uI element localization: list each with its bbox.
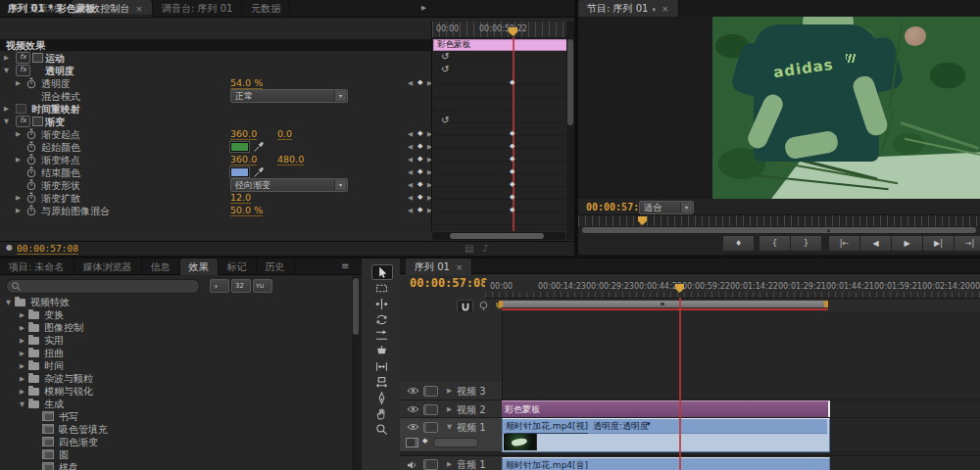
add-keyframe-icon[interactable]: ◆	[417, 142, 422, 150]
tree-item-image-control[interactable]: ▶图像控制	[20, 321, 83, 335]
step-back-button[interactable]: ◀	[859, 235, 892, 252]
keyframe-icon[interactable]: ◆	[510, 193, 514, 201]
twirl-icon[interactable]: ▶	[447, 460, 456, 468]
ec-ramp-end-y[interactable]: 480.0	[277, 154, 304, 165]
effects-vscroll-thumb[interactable]	[353, 278, 359, 335]
tree-item-noise-grain[interactable]: ▶杂波与颗粒	[20, 372, 93, 386]
ec-ramp-scatter-value[interactable]: 12.0	[230, 192, 251, 204]
display-style-icon[interactable]	[406, 438, 418, 447]
prev-keyframe-icon[interactable]: ◀	[408, 181, 413, 189]
prev-keyframe-icon[interactable]: ◀	[408, 194, 413, 202]
work-area-end-handle[interactable]	[824, 301, 828, 307]
add-keyframe-icon[interactable]: ◆	[417, 129, 422, 137]
ec-ramp-end-x[interactable]: 360.0	[230, 154, 257, 165]
keyframe-icon[interactable]: ◆	[510, 180, 514, 188]
ec-row-ramp-start[interactable]: ▶ 渐变起点 360.0 0.0 ◀ ◆ ▶	[0, 127, 431, 140]
stopwatch-icon[interactable]	[26, 192, 36, 204]
track-zoom-slider[interactable]	[433, 438, 478, 447]
fx-badge[interactable]: fx	[16, 116, 30, 127]
reset-effect-icon[interactable]: ↺	[441, 51, 449, 62]
toggle-effects-icon[interactable]: ▤	[465, 243, 473, 254]
track-content-video2[interactable]: 彩色蒙板	[502, 400, 980, 418]
add-keyframe-icon[interactable]: ◆	[417, 155, 422, 163]
reset-effect-icon[interactable]: ↺	[441, 64, 449, 74]
twirl-icon[interactable]: ▶	[447, 387, 456, 395]
mark-out-button[interactable]: }	[790, 235, 822, 252]
twirl-icon[interactable]: ▶	[16, 130, 24, 138]
twirl-icon[interactable]: ▶	[20, 388, 28, 396]
tree-item-time[interactable]: ▶时间	[20, 359, 64, 373]
play-audio-icon[interactable]: ♪	[482, 243, 488, 254]
ec-lane-ruler[interactable]: 00:00 00:00:59:22	[432, 22, 567, 38]
ec-row-opacity-group[interactable]: ▼ fx 透明度	[0, 64, 431, 76]
eyedropper-icon[interactable]	[253, 141, 265, 153]
rate-stretch-tool-icon[interactable]	[371, 328, 391, 342]
add-keyframe-icon[interactable]: ◆	[417, 193, 422, 201]
track-select-tool-icon[interactable]	[371, 281, 391, 295]
twirl-icon[interactable]: ▼	[4, 118, 13, 125]
ec-vscrollbar[interactable]	[566, 22, 574, 240]
panel-menu-icon[interactable]: ≡	[341, 260, 349, 271]
program-playhead-marker[interactable]	[638, 216, 647, 225]
ec-lane-hscrollbar[interactable]	[432, 232, 565, 240]
chevron-down-icon[interactable]: ▾	[647, 420, 651, 428]
goto-in-button[interactable]: |←	[828, 235, 860, 252]
stopwatch-icon[interactable]	[26, 141, 36, 153]
end-color-swatch[interactable]	[230, 167, 249, 177]
ec-row-start-color[interactable]: 起始颜色 ◀ ◆ ▶	[0, 140, 431, 153]
sync-lock-icon[interactable]	[423, 386, 438, 397]
ec-row-motion[interactable]: ▶ fx 运动	[0, 51, 431, 64]
ec-row-opacity[interactable]: ▶ 透明度 54.0 % ◀ ◆ ▶	[0, 76, 431, 89]
prev-keyframe-icon[interactable]: ◀	[408, 143, 413, 151]
ec-row-ramp-scatter[interactable]: ▶ 渐变扩散 12.0 ◀ ◆ ▶	[0, 191, 431, 204]
keyframe-icon[interactable]: ◆	[510, 155, 514, 163]
keyframe-icon[interactable]: ◆	[510, 78, 514, 86]
tree-item-distort[interactable]: ▶扭曲	[20, 347, 64, 360]
tree-item-4color-gradient[interactable]: 四色渐变	[42, 436, 98, 449]
track-content-video1[interactable]: 顺时针加花.mp4[视] 透明度:透明度 ▾	[502, 418, 980, 452]
pen-tool-icon[interactable]	[371, 391, 391, 404]
stopwatch-icon[interactable]	[26, 77, 36, 89]
ec-ramp-start-y[interactable]: 0.0	[277, 128, 292, 140]
twirl-icon[interactable]: ▶	[16, 156, 24, 164]
twirl-icon[interactable]: ▶	[20, 311, 28, 319]
show-keyframes-icon[interactable]: ◆	[422, 437, 427, 445]
clip-audio1[interactable]: 顺时针加花.mp4[音]	[502, 457, 830, 470]
stopwatch-icon[interactable]	[26, 154, 36, 165]
ripple-edit-tool-icon[interactable]	[371, 297, 391, 310]
clip-color-matte[interactable]: 彩色蒙板	[502, 400, 830, 417]
selection-tool-icon[interactable]	[371, 264, 393, 280]
program-video-frame[interactable]: adidas	[712, 17, 980, 199]
prev-keyframe-icon[interactable]: ◀	[408, 168, 413, 176]
twirl-icon[interactable]: ▶	[20, 324, 28, 332]
twirl-icon[interactable]: ▶	[20, 375, 28, 383]
twirl-icon[interactable]: ▼	[20, 400, 28, 408]
work-area-start-handle[interactable]	[499, 301, 503, 307]
search-input[interactable]	[24, 280, 196, 294]
work-area-bar[interactable]	[499, 301, 828, 307]
ec-vscroll-thumb[interactable]	[567, 39, 573, 125]
eye-icon[interactable]	[407, 387, 419, 395]
yuv-filter-button[interactable]: YU	[253, 279, 272, 293]
timeline-ruler[interactable]: 00:00 00:00:14:23 00:00:29:23 00:00:44:2…	[485, 280, 980, 299]
step-forward-button[interactable]: ▶|	[922, 235, 955, 252]
add-keyframe-icon[interactable]: ◆	[417, 206, 422, 213]
play-button[interactable]: ▶	[891, 235, 923, 252]
start-color-swatch[interactable]	[230, 142, 249, 152]
prev-keyframe-icon[interactable]: ◀	[408, 156, 413, 164]
ec-row-end-color[interactable]: 结束颜色 ◀ ◆ ▶	[0, 165, 431, 178]
effects-vscrollbar[interactable]	[352, 276, 360, 470]
ec-row-ramp-end[interactable]: ▶ 渐变终点 360.0 480.0 ◀ ◆ ▶	[0, 153, 431, 165]
tree-item-utility[interactable]: ▶实用	[20, 334, 64, 348]
add-marker-button[interactable]: ♦	[722, 235, 755, 252]
mark-in-button[interactable]: {	[759, 235, 791, 252]
add-keyframe-icon[interactable]: ◆	[417, 78, 422, 86]
32bit-filter-button[interactable]: 32	[231, 279, 251, 293]
twirl-icon[interactable]: ▶	[4, 105, 13, 113]
tab-info[interactable]: 信息	[142, 258, 180, 275]
tab-sequence[interactable]: 序列 01×	[406, 258, 472, 275]
ec-row-ramp-group[interactable]: ▼ fx 渐变	[0, 115, 431, 127]
twirl-icon[interactable]: ▶	[16, 79, 24, 87]
twirl-icon[interactable]: ▶	[20, 337, 28, 345]
ec-blend-original-value[interactable]: 50.0 %	[230, 205, 263, 216]
